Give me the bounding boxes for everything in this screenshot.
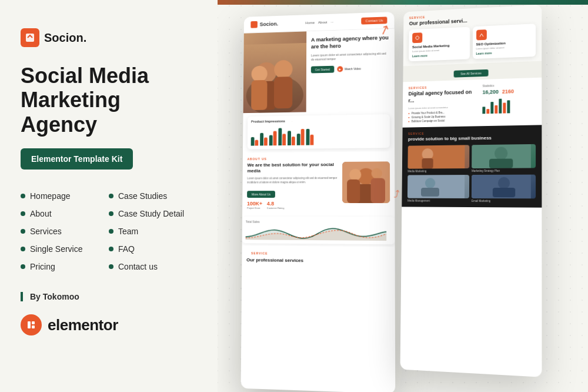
mock-r-card-icon1 xyxy=(412,32,422,43)
mock-hero-buttons: Get Started ▶ Watch Video xyxy=(311,65,390,74)
nav-dot xyxy=(109,211,113,216)
mock-about-section: ABOUT US We are the best solution for yo… xyxy=(242,151,395,214)
nav-item-pricing[interactable]: Pricing xyxy=(21,258,109,275)
nav-item-single-service[interactable]: Single Service xyxy=(21,240,109,258)
left-panel: Socion. Social Media Marketing Agency El… xyxy=(0,0,218,392)
svg-point-29 xyxy=(498,177,510,189)
svg-rect-21 xyxy=(422,158,433,169)
nav-col-left: Homepage About Services Single Service P… xyxy=(21,187,109,275)
nav-label: Case Study Detail xyxy=(118,209,184,218)
mock-r-service-cards: Social Media Marketing Lorem ipsum dolor… xyxy=(409,24,536,62)
mock-get-started-btn[interactable]: Get Started xyxy=(311,66,334,74)
nav-item-services[interactable]: Services xyxy=(21,222,109,240)
mock-nav-home: Home xyxy=(305,21,315,24)
mock-r-stat2: 2160 xyxy=(502,88,514,95)
mock-r-stat-nums: 16,200 2160 xyxy=(483,88,536,95)
nav-label: Case Studies xyxy=(118,191,167,201)
nav-item-case-studies[interactable]: Case Studies xyxy=(109,187,197,205)
mock-more-about-btn[interactable]: More About Us xyxy=(247,191,275,198)
svg-rect-27 xyxy=(421,188,439,197)
mock-bar-chart xyxy=(251,124,386,145)
svg-rect-24 xyxy=(489,159,513,168)
mock-hero-content: A marketing agency where you are the her… xyxy=(306,29,395,112)
nav-label: Pricing xyxy=(30,262,55,271)
mock-stat-num: 100K+ xyxy=(247,201,262,207)
nav-label: Single Service xyxy=(30,244,83,254)
nav-item-team[interactable]: Team xyxy=(109,222,197,240)
svg-rect-10 xyxy=(251,80,267,110)
mock-hero-title: A marketing agency where you are the her… xyxy=(311,35,390,51)
mock-r-card-icon2 xyxy=(476,29,487,40)
mock-chart-title: Product Impressions xyxy=(251,118,386,123)
svg-rect-3 xyxy=(32,325,35,328)
mock-r-digital-stats: Statistics 16,200 2160 xyxy=(482,82,536,121)
nav-dot xyxy=(21,211,25,216)
mock-hero-people xyxy=(243,43,307,113)
nav-dot xyxy=(21,264,25,269)
template-badge: Elementor Template Kit xyxy=(21,148,133,170)
elementor-text: elementor xyxy=(48,316,118,334)
nav-dot xyxy=(109,194,113,198)
svg-point-16 xyxy=(372,168,382,179)
nav-item-homepage[interactable]: Homepage xyxy=(21,187,109,205)
elementor-brand: elementor xyxy=(21,314,197,335)
mock-r-media-label: Media Marketing xyxy=(407,170,469,172)
nav-item-contact[interactable]: Contact us xyxy=(109,258,197,275)
logo-text: Socion. xyxy=(44,31,86,45)
svg-rect-15 xyxy=(347,180,360,203)
mock-r-email-label: Email Marketing xyxy=(472,200,536,202)
mock-hero-image xyxy=(243,31,307,113)
svg-rect-2 xyxy=(32,321,35,324)
svg-rect-17 xyxy=(371,178,385,203)
nav-dot xyxy=(109,264,113,269)
mock-r-top: SERVICE Our professional servi... Social… xyxy=(403,5,542,67)
mock-play-icon: ▶ xyxy=(337,67,343,72)
mock-about-body: Lorem ipsum dolor sit amet consectetur a… xyxy=(247,177,339,185)
mock-r-learn-more1[interactable]: Learn more xyxy=(412,52,466,58)
svg-rect-1 xyxy=(28,321,31,328)
mock-r-digital-list: ● Provide Your Product & Bra... ● Growin… xyxy=(408,110,477,122)
svg-point-14 xyxy=(349,169,361,181)
nav-columns: Homepage About Services Single Service P… xyxy=(21,187,197,275)
mock-nav-more: ··· xyxy=(330,20,333,24)
mock-r-strategy-label: Marketing Strategy Plan xyxy=(472,169,536,172)
logo-icon xyxy=(21,28,39,47)
mock-r-digital-text: SERVICES Digital agency focused on r... … xyxy=(408,84,478,122)
svg-rect-19 xyxy=(407,145,465,168)
nav-dot xyxy=(21,229,25,234)
logo-area: Socion. xyxy=(21,28,197,47)
mock-logo-text: Socion. xyxy=(260,21,278,28)
mock-services-tag: SERVICE xyxy=(246,251,390,256)
mock-wave-chart xyxy=(246,225,392,241)
right-panel: Socion. Home About ··· Contact Us xyxy=(212,0,588,392)
mock-nav-links: Home About ··· xyxy=(305,20,333,24)
svg-rect-30 xyxy=(493,188,515,197)
mock-about-image xyxy=(342,161,390,203)
nav-item-case-study-detail[interactable]: Case Study Detail xyxy=(109,205,197,222)
mock-r-card-sm: Social Media Marketing Lorem ipsum dolor… xyxy=(409,26,470,61)
mock-about-text: We are the best solution for your social… xyxy=(247,162,339,210)
mock-stat-num: 4.8 xyxy=(267,201,285,207)
mock-logo: Socion. xyxy=(250,21,278,28)
mock-hero-subtitle: Lorem ipsum dolor sit amet consectetur a… xyxy=(311,52,390,62)
mock-logo-icon xyxy=(250,21,258,28)
mock-stat-rating: 4.8 Customer Rating xyxy=(267,201,285,210)
mock-wave-label: Total Sales xyxy=(246,220,392,224)
mock-stat-label: Customer Rating xyxy=(267,207,284,210)
nav-dot xyxy=(21,247,25,251)
nav-item-faq[interactable]: FAQ xyxy=(109,240,197,258)
mock-hero: A marketing agency where you are the her… xyxy=(243,29,395,113)
elementor-icon xyxy=(21,314,42,335)
mock-r-marketing-strategy: Marketing Strategy Plan xyxy=(472,144,536,172)
by-tokomoo: By Tokomoo xyxy=(21,292,197,301)
nav-dot xyxy=(109,247,113,251)
mock-r-email-marketing: Email Marketing xyxy=(472,175,536,203)
mock-r-learn-more2[interactable]: Learn more xyxy=(476,50,532,56)
mock-about-tag: ABOUT US xyxy=(248,156,390,161)
nav-label: Team xyxy=(118,227,138,236)
mock-stats: 100K+ Project Done 4.8 Customer Rating xyxy=(247,201,339,210)
mock-watch-video-btn[interactable]: ▶ Watch Video xyxy=(337,66,361,72)
mock-watch-label: Watch Video xyxy=(345,67,361,71)
nav-item-about[interactable]: About xyxy=(21,205,109,222)
mock-r-cta-btn[interactable]: See All Services xyxy=(454,69,489,78)
